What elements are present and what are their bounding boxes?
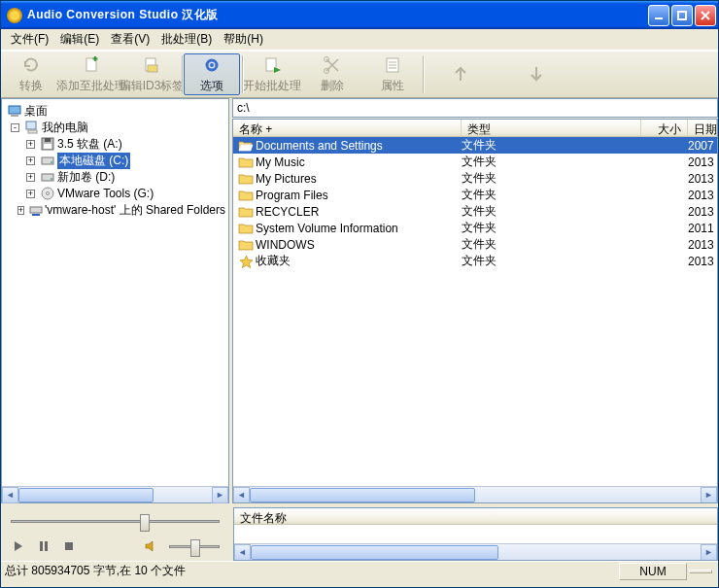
path-input[interactable]: c:\ [232, 98, 718, 118]
file-row[interactable]: My Pictures文件夹2013 [233, 170, 717, 187]
bottom-hscroll[interactable]: ◄ ► [234, 543, 717, 560]
tree-hscroll[interactable]: ◄ ► [2, 486, 228, 502]
file-row[interactable]: Documents and Settings文件夹2007 [233, 137, 717, 154]
play-button[interactable] [11, 538, 26, 554]
tree-desktop[interactable]: 桌面 [5, 103, 225, 119]
col-type[interactable]: 类型 [462, 120, 641, 136]
col-name[interactable]: 名称 + [233, 120, 462, 136]
star-icon [238, 255, 254, 268]
status-text: 总计 805934705 字节,在 10 个文件 [5, 563, 186, 579]
tree-mycomputer[interactable]: - 我的电脑 [5, 120, 225, 135]
col-date[interactable]: 日期 [688, 120, 717, 136]
toolbar-delete-button[interactable]: 删除 [302, 52, 362, 97]
folder-tree-pane: 桌面 - 我的电脑 +3.5 软盘 (A:)+本地磁盘 (C:)+新加卷 (D:… [1, 98, 229, 503]
tree-drive[interactable]: +VMware Tools (G:) [5, 186, 225, 201]
file-date: 2013 [688, 255, 717, 268]
file-name: 收藏夹 [256, 253, 291, 269]
minimize-button[interactable] [648, 5, 669, 26]
column-headers: 名称 + 类型 大小 日期 [233, 120, 717, 137]
file-row[interactable]: RECYCLER文件夹2013 [233, 203, 717, 220]
expand-icon[interactable]: + [26, 173, 35, 182]
menu-help[interactable]: 帮助(H) [218, 29, 269, 50]
stop-button[interactable] [61, 538, 77, 554]
props-icon [382, 54, 403, 76]
expand-icon[interactable]: + [26, 156, 35, 165]
file-type: 文件夹 [462, 137, 641, 154]
folder-open-icon [238, 139, 254, 153]
toolbar-editid3-button[interactable]: 编辑ID3标签 [121, 52, 182, 97]
list-hscroll[interactable]: ◄ ► [233, 486, 717, 502]
pause-button[interactable] [36, 538, 51, 554]
svg-rect-10 [11, 115, 18, 117]
file-type: 文件夹 [462, 187, 641, 203]
scroll-right-icon[interactable]: ► [701, 487, 717, 503]
scroll-right-icon[interactable]: ► [701, 544, 717, 561]
folder-tree[interactable]: 桌面 - 我的电脑 +3.5 软盘 (A:)+本地磁盘 (C:)+新加卷 (D:… [2, 99, 228, 486]
menu-file[interactable]: 文件(F) [5, 29, 54, 50]
arrow-up-icon [450, 63, 471, 85]
maximize-button[interactable] [671, 5, 693, 26]
col-size[interactable]: 大小 [641, 120, 688, 136]
toolbar-props-button[interactable]: 属性 [362, 52, 423, 97]
bottom-col-filename[interactable]: 文件名称 [234, 508, 717, 525]
expand-icon[interactable]: + [17, 206, 24, 215]
toolbar-up-button[interactable] [423, 52, 498, 97]
bottom-list: 文件名称 ◄ ► [233, 507, 718, 561]
toolbar-label: 开始批处理 [243, 78, 301, 94]
tree-drive[interactable]: +本地磁盘 (C:) [5, 153, 225, 168]
file-list: 名称 + 类型 大小 日期 Documents and Settings文件夹2… [232, 119, 718, 503]
toolbar-label: 属性 [381, 78, 404, 94]
tree-label: 新加卷 (D:) [57, 169, 115, 186]
toolbar-startbatch-button[interactable]: 开始批处理 [242, 52, 302, 97]
menu-batch[interactable]: 批处理(B) [155, 29, 218, 50]
file-name: My Pictures [256, 172, 317, 186]
file-row[interactable]: WINDOWS文件夹2013 [233, 236, 717, 253]
tree-label: 本地磁盘 (C:) [57, 153, 130, 169]
file-row[interactable]: My Music文件夹2013 [233, 154, 717, 170]
file-type: 文件夹 [462, 253, 641, 269]
collapse-icon[interactable]: - [11, 123, 19, 132]
folder-icon [238, 172, 254, 186]
toolbar-options-button[interactable]: 选项 [182, 52, 242, 97]
scissors-icon [322, 54, 343, 76]
scroll-left-icon[interactable]: ◄ [234, 544, 251, 561]
expand-icon[interactable]: + [26, 140, 35, 149]
svg-point-17 [51, 161, 52, 163]
toolbar-label: 删除 [321, 78, 344, 94]
scroll-right-icon[interactable]: ► [212, 487, 228, 503]
svg-rect-23 [40, 541, 43, 551]
close-button[interactable] [695, 5, 716, 26]
toolbar-label: 编辑ID3标签 [120, 78, 185, 94]
file-rows: Documents and Settings文件夹2007My Music文件夹… [233, 137, 717, 486]
seek-slider[interactable] [11, 511, 220, 531]
file-type: 文件夹 [462, 170, 641, 187]
toolbar-label: 选项 [200, 78, 223, 94]
status-empty [689, 570, 712, 573]
menu-edit[interactable]: 编辑(E) [54, 29, 105, 50]
file-row[interactable]: Program Files文件夹2013 [233, 187, 717, 203]
arrow-down-icon [526, 63, 547, 85]
cd-icon [40, 187, 55, 200]
svg-rect-11 [26, 121, 36, 129]
svg-rect-22 [30, 207, 42, 213]
scroll-left-icon[interactable]: ◄ [233, 487, 250, 503]
tree-drive[interactable]: +新加卷 (D:) [5, 169, 225, 185]
file-name: Program Files [256, 189, 328, 202]
expand-icon[interactable]: + [26, 190, 35, 198]
toolbar-down-button[interactable] [498, 52, 574, 97]
svg-rect-15 [44, 144, 51, 149]
tree-drive[interactable]: +'vmware-host' 上的 Shared Folders [5, 202, 225, 218]
svg-point-19 [51, 178, 52, 180]
tree-drive[interactable]: +3.5 软盘 (A:) [5, 136, 225, 152]
volume-slider[interactable] [169, 536, 220, 556]
gear-icon [201, 54, 223, 76]
svg-rect-12 [28, 130, 37, 133]
scroll-left-icon[interactable]: ◄ [2, 487, 18, 503]
folder-icon [238, 222, 254, 235]
toolbar-addbatch-button[interactable]: 添加至批处理 [61, 52, 121, 97]
file-row[interactable]: System Volume Information文件夹2011 [233, 220, 717, 236]
menu-view[interactable]: 查看(V) [105, 29, 155, 50]
file-row[interactable]: 收藏夹文件夹2013 [233, 253, 717, 269]
toolbar-convert-button[interactable]: 转换 [1, 52, 61, 97]
desktop-icon [7, 104, 22, 118]
